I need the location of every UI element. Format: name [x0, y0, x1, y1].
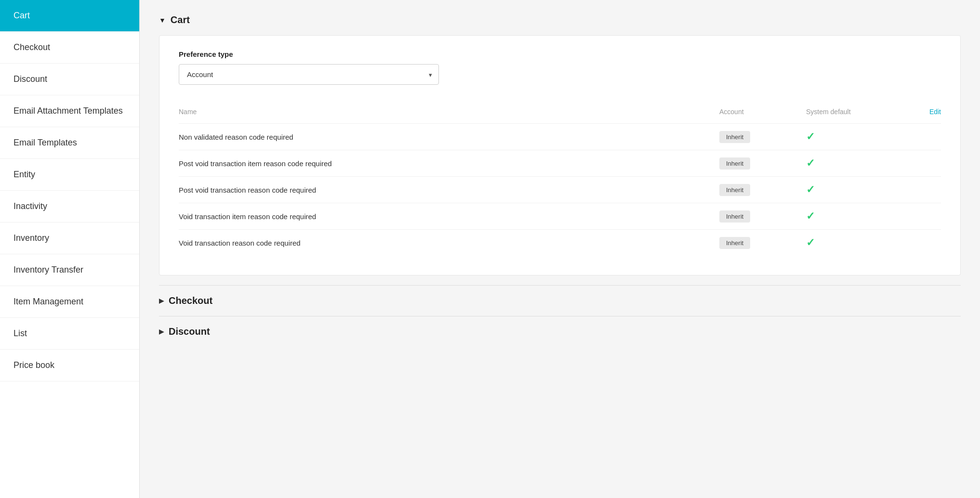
row-1-account: Inherit	[719, 150, 806, 177]
col-header-system-default: System default	[806, 104, 902, 124]
row-3-account: Inherit	[719, 203, 806, 230]
row-1-system-default: ✓	[806, 150, 902, 177]
checkout-label: Checkout	[169, 295, 212, 306]
row-1-checkmark-icon: ✓	[806, 157, 815, 169]
sidebar-item-inactivity[interactable]: Inactivity	[0, 191, 139, 223]
row-2-system-default: ✓	[806, 177, 902, 203]
collapsed-section-checkout[interactable]: ▶Checkout	[159, 295, 961, 306]
sidebar: CartCheckoutDiscountEmail Attachment Tem…	[0, 0, 140, 498]
row-3-edit	[902, 203, 941, 230]
row-4-edit	[902, 230, 941, 256]
checkout-arrow-icon: ▶	[159, 297, 164, 304]
preference-type-label: Preference type	[179, 50, 941, 58]
sidebar-item-cart[interactable]: Cart	[0, 0, 139, 32]
table-row: Post void transaction reason code requir…	[179, 177, 941, 203]
sidebar-item-item-management[interactable]: Item Management	[0, 286, 139, 318]
row-2-inherit-badge: Inherit	[719, 184, 750, 196]
sidebar-item-email-attachment-templates[interactable]: Email Attachment Templates	[0, 95, 139, 127]
cart-arrow-icon: ▼	[159, 16, 166, 24]
row-0-name: Non validated reason code required	[179, 124, 719, 150]
sidebar-item-checkout[interactable]: Checkout	[0, 32, 139, 64]
row-3-checkmark-icon: ✓	[806, 210, 815, 222]
sidebar-item-list[interactable]: List	[0, 318, 139, 350]
row-0-inherit-badge: Inherit	[719, 131, 750, 143]
row-3-name: Void transaction item reason code requir…	[179, 203, 719, 230]
section-divider-checkout	[159, 316, 961, 316]
row-2-account: Inherit	[719, 177, 806, 203]
sidebar-item-inventory-transfer[interactable]: Inventory Transfer	[0, 254, 139, 286]
table-row: Void transaction reason code requiredInh…	[179, 230, 941, 256]
row-2-edit	[902, 177, 941, 203]
cart-card: Preference type AccountSystemUser ▾ Name…	[159, 35, 961, 275]
table-row: Non validated reason code requiredInheri…	[179, 124, 941, 150]
row-2-checkmark-icon: ✓	[806, 183, 815, 196]
row-3-inherit-badge: Inherit	[719, 210, 750, 223]
row-4-inherit-badge: Inherit	[719, 237, 750, 249]
row-0-account: Inherit	[719, 124, 806, 150]
cart-section-header: ▼ Cart	[159, 14, 961, 26]
col-header-name: Name	[179, 104, 719, 124]
row-2-name: Post void transaction reason code requir…	[179, 177, 719, 203]
preferences-table: Name Account System default Edit Non val…	[179, 104, 941, 256]
row-1-edit	[902, 150, 941, 177]
row-4-account: Inherit	[719, 230, 806, 256]
row-4-checkmark-icon: ✓	[806, 236, 815, 249]
sidebar-item-entity[interactable]: Entity	[0, 159, 139, 191]
cart-section-title: Cart	[171, 14, 190, 26]
preference-type-select-wrapper: AccountSystemUser ▾	[179, 64, 439, 85]
row-4-name: Void transaction reason code required	[179, 230, 719, 256]
collapsed-sections: ▶Checkout▶Discount	[159, 295, 961, 337]
sidebar-item-email-templates[interactable]: Email Templates	[0, 127, 139, 159]
row-4-system-default: ✓	[806, 230, 902, 256]
sidebar-item-price-book[interactable]: Price book	[0, 350, 139, 381]
section-divider-1	[159, 285, 961, 286]
row-1-name: Post void transaction item reason code r…	[179, 150, 719, 177]
collapsed-section-discount[interactable]: ▶Discount	[159, 326, 961, 337]
row-0-checkmark-icon: ✓	[806, 131, 815, 143]
row-0-system-default: ✓	[806, 124, 902, 150]
preference-type-select[interactable]: AccountSystemUser	[179, 64, 439, 85]
discount-arrow-icon: ▶	[159, 328, 164, 335]
table-row: Void transaction item reason code requir…	[179, 203, 941, 230]
row-1-inherit-badge: Inherit	[719, 157, 750, 170]
row-3-system-default: ✓	[806, 203, 902, 230]
row-0-edit	[902, 124, 941, 150]
sidebar-item-inventory[interactable]: Inventory	[0, 223, 139, 254]
discount-label: Discount	[169, 326, 210, 337]
main-content: ▼ Cart Preference type AccountSystemUser…	[140, 0, 980, 498]
col-header-account: Account	[719, 104, 806, 124]
col-header-edit[interactable]: Edit	[902, 104, 941, 124]
table-row: Post void transaction item reason code r…	[179, 150, 941, 177]
sidebar-item-discount[interactable]: Discount	[0, 64, 139, 95]
